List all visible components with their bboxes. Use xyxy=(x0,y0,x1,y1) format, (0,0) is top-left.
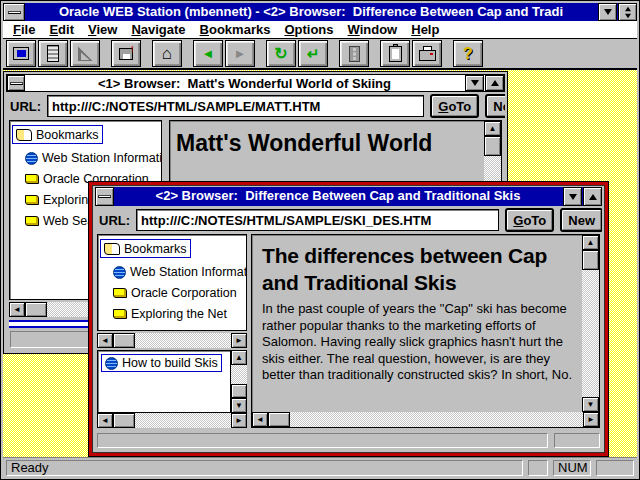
menu-view[interactable]: View xyxy=(81,22,124,37)
window1-maximize-button[interactable] xyxy=(485,75,504,91)
scroll-down-icon[interactable]: ▼ xyxy=(582,397,599,412)
stop-button[interactable] xyxy=(339,40,369,67)
scrollbar-thumb[interactable] xyxy=(113,413,135,428)
window2-system-menu-button[interactable] xyxy=(95,187,114,206)
help-button[interactable]: ? xyxy=(453,40,483,67)
window2-minimize-button[interactable] xyxy=(563,187,582,206)
window2-content-panel: The differences between Cap and Traditio… xyxy=(251,234,600,428)
window1-new-button[interactable]: New xyxy=(485,94,505,118)
url-label: URL: xyxy=(10,99,41,114)
window1-goto-button[interactable]: GoTo xyxy=(430,94,479,118)
menu-navigate[interactable]: Navigate xyxy=(124,22,192,37)
drafting-tools-button[interactable] xyxy=(70,40,100,67)
bookmark-label: Oracle Corporation xyxy=(131,286,237,300)
open-book-icon xyxy=(104,243,120,255)
window2-maximize-button[interactable] xyxy=(583,187,602,206)
workstation-button[interactable] xyxy=(6,40,36,67)
menu-options[interactable]: Options xyxy=(277,22,340,37)
browser-window-2: <2> Browser: Difference Between Cap and … xyxy=(88,181,609,457)
menu-file[interactable]: File xyxy=(6,22,42,37)
scroll-right-icon[interactable]: ► xyxy=(231,333,247,348)
menu-window[interactable]: Window xyxy=(341,22,405,37)
window2-bookmarks-header[interactable]: Bookmarks xyxy=(100,239,191,258)
window2-new-button[interactable]: New xyxy=(560,208,602,232)
window2-url-input[interactable] xyxy=(136,209,499,231)
scrollbar-thumb[interactable] xyxy=(25,302,47,317)
home-button[interactable]: ⌂ xyxy=(152,40,182,67)
restore-button[interactable] xyxy=(618,3,637,21)
history-item-label: How to build Skis xyxy=(122,356,218,370)
paste-icon xyxy=(389,46,402,62)
scroll-left-icon[interactable]: ◄ xyxy=(97,333,113,348)
window2-history-list: How to build Skis xyxy=(97,350,231,413)
scrollbar-thumb[interactable] xyxy=(231,384,247,398)
workstation-icon xyxy=(13,47,29,60)
window2-content-vscrollbar[interactable]: ▲ ▼ xyxy=(582,235,599,412)
book-icon xyxy=(113,309,127,319)
scroll-left-icon[interactable]: ◄ xyxy=(97,413,113,428)
bookmark-label: Web Station Information xyxy=(130,265,247,279)
scroll-up-icon[interactable]: ▲ xyxy=(582,235,599,250)
back-icon: ◄ xyxy=(202,46,215,61)
scrollbar-thumb[interactable] xyxy=(113,333,135,348)
window2-goto-button[interactable]: GoTo xyxy=(505,208,554,232)
scroll-down-icon[interactable]: ▼ xyxy=(231,398,247,413)
minimize-icon xyxy=(604,9,612,15)
window2-content-hscrollbar[interactable]: ◄ ► xyxy=(252,412,599,427)
bookmarks-label: Bookmarks xyxy=(124,242,187,256)
bookmark-item[interactable]: Web Station Information xyxy=(25,151,159,165)
bookmark-item[interactable]: Exploring the Net xyxy=(113,307,244,321)
bookmark-label: Web Station Information xyxy=(42,151,162,165)
window1-system-menu-button[interactable] xyxy=(7,75,25,91)
reload-button[interactable]: ↻ xyxy=(266,40,296,67)
minimize-button[interactable] xyxy=(598,3,617,21)
window2-bookmarks-panel: Bookmarks Web Station Information Oracle… xyxy=(97,234,247,331)
scroll-left-icon[interactable]: ◄ xyxy=(9,302,25,317)
mdi-desktop: <1> Browser: Matt's Wonderful World of S… xyxy=(3,70,637,457)
window1-bookmarks-header[interactable]: Bookmarks xyxy=(12,125,103,144)
back-button[interactable]: ◄ xyxy=(193,40,223,67)
history-hscrollbar[interactable]: ◄ ► xyxy=(97,413,247,428)
status-panel-blank xyxy=(596,460,634,476)
window2-status-bar xyxy=(95,430,602,450)
menu-edit[interactable]: Edit xyxy=(42,22,81,37)
book-icon xyxy=(25,174,39,184)
load-file-button[interactable]: ↑ xyxy=(111,40,141,67)
globe-icon xyxy=(25,152,38,165)
window2-title: <2> Browser: Difference Between Cap and … xyxy=(114,187,562,206)
scrollbar-thumb[interactable] xyxy=(484,136,501,156)
menu-help[interactable]: Help xyxy=(404,22,446,37)
main-window-title: Oracle WEB Station (mbennett) - <2> Brow… xyxy=(25,3,597,21)
scroll-up-icon[interactable]: ▲ xyxy=(484,121,501,136)
minimize-icon xyxy=(471,80,479,86)
num-lock-indicator: NUM xyxy=(553,460,591,476)
menu-bookmarks[interactable]: Bookmarks xyxy=(193,22,278,37)
history-vscrollbar[interactable]: ▲ ▼ xyxy=(231,350,247,413)
scroll-left-icon[interactable]: ◄ xyxy=(252,412,268,427)
paste-button[interactable] xyxy=(380,40,410,67)
print-button[interactable] xyxy=(412,40,442,67)
history-item-selected[interactable]: How to build Skis xyxy=(101,354,222,372)
scrollbar-thumb[interactable] xyxy=(582,250,599,270)
window2-bookmarks-hscrollbar[interactable]: ◄ ► xyxy=(97,333,247,348)
url-label: URL: xyxy=(99,213,130,228)
scroll-right-icon[interactable]: ► xyxy=(231,413,247,428)
scrollbar-thumb[interactable] xyxy=(268,412,290,427)
scroll-up-icon[interactable]: ▲ xyxy=(231,350,247,365)
window1-url-input[interactable] xyxy=(47,95,424,117)
system-menu-icon xyxy=(98,195,111,198)
forward-button[interactable]: ► xyxy=(225,40,255,67)
window1-minimize-button[interactable] xyxy=(465,75,484,91)
enter-url-button[interactable]: ↵ xyxy=(298,40,328,67)
server-button[interactable] xyxy=(38,40,68,67)
bookmark-item[interactable]: Web Station Information xyxy=(113,265,244,279)
status-bar: Ready NUM xyxy=(3,457,637,477)
restore-up-icon xyxy=(625,6,631,11)
window2-url-row: URL: GoTo New xyxy=(95,206,602,234)
system-menu-button[interactable] xyxy=(3,3,25,21)
bookmark-item[interactable]: Oracle Corporation xyxy=(113,286,244,300)
window2-frame: <2> Browser: Difference Between Cap and … xyxy=(92,185,605,453)
bookmark-item[interactable]: Web Searchers xyxy=(113,328,244,331)
window2-page-heading: The differences between Cap and Traditio… xyxy=(262,242,572,296)
scroll-right-icon[interactable]: ► xyxy=(583,412,599,427)
